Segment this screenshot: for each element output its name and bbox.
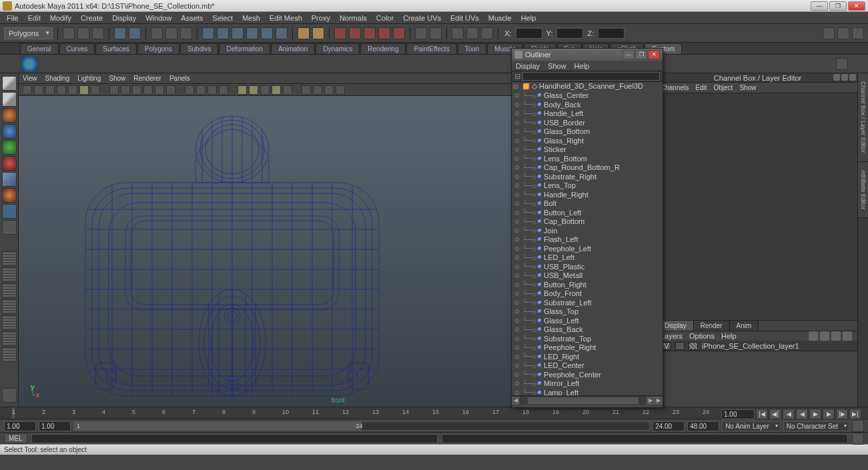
show-manip-tool[interactable]: [2, 204, 17, 219]
vp-menu-panels[interactable]: Panels: [169, 75, 190, 82]
vp-icon[interactable]: [249, 85, 258, 95]
outliner-item[interactable]: ⊙└──◇ Peephole_Center: [512, 370, 663, 379]
layout-button-2[interactable]: [466, 27, 478, 39]
vp-icon[interactable]: [302, 85, 311, 95]
vp-icon[interactable]: [155, 85, 164, 95]
outliner-item[interactable]: ⊙└──◇ Substrate_Right: [512, 172, 663, 181]
outliner-item[interactable]: ⊙└──◇ USB_Plastic: [512, 262, 663, 271]
vp-icon[interactable]: [283, 85, 292, 95]
scroll-right-button[interactable]: ▶: [646, 397, 655, 405]
scroll-right-button-2[interactable]: ▶: [655, 397, 663, 405]
anim-end-field[interactable]: [687, 421, 719, 431]
outliner-item[interactable]: ⊙└──◇ Glass_Bottom: [512, 127, 663, 137]
outliner-item[interactable]: ⊙└──◇ LED_Center: [512, 361, 663, 371]
menu-edit[interactable]: Edit: [24, 13, 45, 23]
toolbox-spacer-button[interactable]: [2, 388, 17, 403]
vp-icon[interactable]: [132, 85, 141, 95]
layer-tab-anim[interactable]: Anim: [730, 321, 759, 331]
open-scene-button[interactable]: [77, 27, 89, 39]
outliner-item[interactable]: ⊙└──◇ Glass_Left: [512, 316, 663, 325]
history-toggle-button[interactable]: [298, 27, 310, 39]
outliner-minimize-button[interactable]: —: [622, 50, 634, 59]
shelf-tab-dynamics[interactable]: Dynamics: [316, 43, 360, 54]
menu-muscle[interactable]: Muscle: [484, 13, 516, 23]
vp-icon[interactable]: [196, 85, 205, 95]
step-forward-button[interactable]: ▶: [823, 409, 835, 419]
select-by-object-button[interactable]: [165, 27, 177, 39]
vp-icon[interactable]: [34, 85, 43, 95]
layout-outliner-button[interactable]: [2, 347, 17, 361]
go-to-start-button[interactable]: |◀: [756, 409, 768, 419]
menu-help[interactable]: Help: [517, 13, 540, 23]
layout-two-stack-button[interactable]: [2, 299, 17, 313]
outliner-item[interactable]: ⊙└──◇ Handle_Left: [512, 109, 663, 119]
play-back-button[interactable]: ◀: [796, 409, 808, 419]
vp-icon[interactable]: [207, 85, 217, 95]
mel-label[interactable]: MEL: [4, 433, 27, 443]
autokey-toggle[interactable]: [852, 420, 864, 432]
layer-menu-help[interactable]: Help: [721, 332, 737, 340]
outliner-item[interactable]: ⊙└──◇ Bolt: [512, 199, 663, 209]
shelf-custom-icon[interactable]: [20, 56, 39, 72]
outliner-item[interactable]: ⊙└──◇ Peephole_Left: [512, 244, 663, 253]
shelf-tab-polygons[interactable]: Polygons: [137, 43, 179, 54]
outliner-item[interactable]: ⊙└──◇ Handle_Right: [512, 190, 663, 199]
vp-icon[interactable]: [109, 85, 119, 95]
outliner-item[interactable]: ⊙└──◇ Lens_Top: [512, 181, 663, 191]
layout-button-3[interactable]: [481, 27, 493, 39]
vp-icon[interactable]: [23, 85, 32, 95]
last-tool[interactable]: [2, 220, 17, 235]
new-scene-button[interactable]: [63, 27, 75, 39]
layer-tab-render[interactable]: Render: [694, 321, 730, 331]
menu-proxy[interactable]: Proxy: [308, 13, 334, 23]
outliner-item[interactable]: ⊙└──◇ USB_Border: [512, 118, 663, 127]
layer-tab-display[interactable]: Display: [658, 321, 694, 331]
panel-icon[interactable]: [841, 74, 848, 81]
layer-icon[interactable]: [809, 331, 818, 341]
layer-icon[interactable]: [843, 331, 852, 341]
vp-menu-show[interactable]: Show: [109, 75, 125, 82]
script-editor-button[interactable]: [852, 433, 864, 445]
ipr-render-button[interactable]: [349, 27, 361, 39]
render-region-button[interactable]: [364, 27, 376, 39]
vp-icon[interactable]: [68, 85, 77, 95]
vp-menu-renderer[interactable]: Renderer: [133, 75, 161, 82]
snap-plane-button[interactable]: [246, 27, 258, 39]
layout-persp-button[interactable]: [2, 331, 17, 345]
panel-icon[interactable]: [849, 74, 856, 81]
go-to-end-button[interactable]: ▶|: [849, 409, 861, 419]
coord-y-input[interactable]: [556, 28, 583, 39]
soft-mod-tool[interactable]: [2, 188, 17, 203]
outliner-maximize-button[interactable]: ❐: [635, 50, 647, 59]
menu-edit-mesh[interactable]: Edit Mesh: [266, 13, 306, 23]
outliner-menu-help[interactable]: Help: [574, 62, 590, 70]
outliner-titlebar[interactable]: Outliner — ❐ ✕: [512, 49, 663, 61]
mel-input[interactable]: [31, 434, 438, 443]
menu-edit-uvs[interactable]: Edit UVs: [446, 13, 483, 23]
layer-color-swatch[interactable]: [689, 342, 698, 350]
character-set-dropdown[interactable]: No Character Set: [783, 421, 849, 431]
maximize-button[interactable]: ❐: [829, 1, 847, 11]
vp-icon[interactable]: [336, 85, 345, 95]
outliner-item[interactable]: ⊙└──◇ Body_Front: [512, 289, 663, 299]
shelf-tab-rendering[interactable]: Rendering: [360, 43, 406, 54]
minimize-button[interactable]: —: [811, 1, 828, 11]
shelf-tab-subdivs[interactable]: Subdivs: [180, 43, 219, 54]
vp-icon[interactable]: [238, 85, 247, 95]
cb-menu-edit[interactable]: Edit: [695, 84, 707, 91]
shelf-tab-curves[interactable]: Curves: [59, 43, 95, 54]
render-button[interactable]: [334, 27, 346, 39]
outliner-item[interactable]: ⊙└──◇ Glass_Top: [512, 307, 663, 317]
menu-modify[interactable]: Modify: [46, 13, 75, 23]
scale-tool[interactable]: [2, 156, 17, 171]
vp-icon[interactable]: [272, 85, 281, 95]
outliner-search-input[interactable]: [522, 72, 660, 81]
outliner-item[interactable]: ⊙└──◇ Button_Right: [512, 280, 663, 289]
snap-point-button[interactable]: [232, 27, 244, 39]
vp-icon[interactable]: [219, 85, 228, 95]
scroll-hbar[interactable]: [528, 397, 638, 404]
vp-icon[interactable]: [57, 85, 66, 95]
layer-menu-options[interactable]: Options: [689, 332, 715, 340]
rotate-tool[interactable]: [2, 140, 17, 155]
save-scene-button[interactable]: [92, 27, 104, 39]
